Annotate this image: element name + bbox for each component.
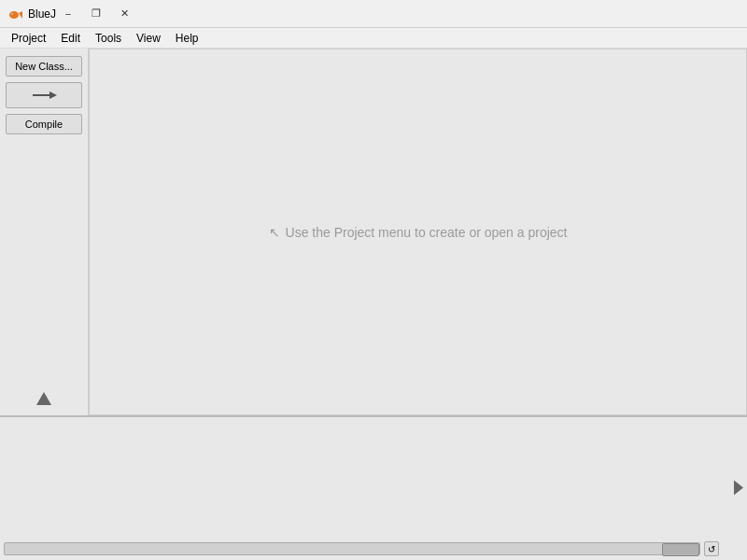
sidebar-up-arrow[interactable] (36, 392, 51, 408)
upper-section: New Class... Compile ↖ Use the Project m… (0, 49, 747, 415)
svg-marker-6 (36, 392, 51, 405)
terminal-section: ↺ (0, 415, 747, 560)
menu-tools[interactable]: Tools (88, 30, 129, 47)
menu-bar: Project Edit Tools View Help (0, 28, 747, 49)
scrollbar-track[interactable] (4, 542, 700, 555)
menu-help[interactable]: Help (168, 30, 206, 47)
scrollbar-area: ↺ (4, 541, 719, 556)
canvas-hint: ↖ Use the Project menu to create or open… (269, 225, 568, 240)
refresh-button[interactable]: ↺ (704, 541, 719, 556)
menu-view[interactable]: View (129, 30, 168, 47)
main-area: New Class... Compile ↖ Use the Project m… (0, 49, 747, 560)
minimize-button[interactable]: − (56, 5, 80, 23)
svg-point-3 (12, 13, 13, 14)
new-class-button[interactable]: New Class... (6, 56, 82, 77)
sidebar: New Class... Compile (0, 49, 89, 415)
scrollbar-thumb[interactable] (662, 543, 699, 556)
hint-arrow-icon: ↖ (269, 225, 280, 240)
hint-text: Use the Project menu to create or open a… (286, 225, 568, 240)
menu-edit[interactable]: Edit (53, 30, 88, 47)
project-canvas[interactable]: ↖ Use the Project menu to create or open… (89, 49, 747, 415)
run-arrow-button[interactable] (6, 82, 82, 108)
svg-point-0 (9, 11, 19, 19)
compile-button[interactable]: Compile (6, 114, 82, 134)
app-icon (7, 7, 22, 21)
window-controls: − ❐ ✕ (56, 5, 136, 23)
menu-project[interactable]: Project (4, 30, 53, 47)
close-button[interactable]: ✕ (112, 5, 136, 23)
title-bar: BlueJ − ❐ ✕ (0, 0, 747, 28)
svg-marker-5 (49, 91, 57, 99)
svg-marker-7 (734, 480, 743, 495)
window-title: BlueJ (28, 7, 56, 21)
terminal-right-arrow[interactable] (734, 480, 743, 497)
svg-marker-1 (19, 11, 22, 19)
maximize-button[interactable]: ❐ (84, 5, 108, 23)
